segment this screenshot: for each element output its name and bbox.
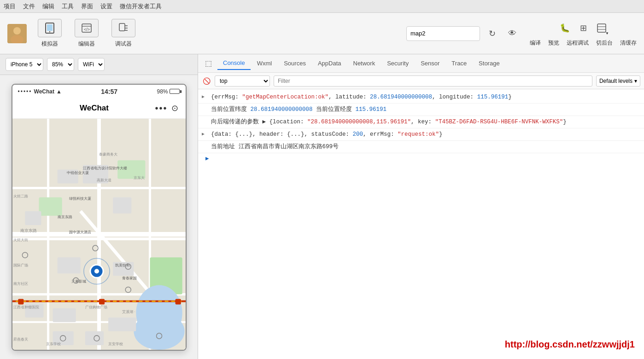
tab-sources[interactable]: Sources (278, 57, 311, 69)
console-text-3: 向后端传递的参数 ▶ {location: "28.68194000000000… (211, 117, 567, 127)
svg-text:园中源大酒店: 园中源大酒店 (69, 230, 91, 234)
remote-debug-label: 远程调试 (567, 39, 589, 47)
simulator-panel: iPhone 5 85% WiFi ••••• WeChat ▲ 14:57 9… (0, 54, 198, 359)
tab-wxml[interactable]: Wxml (252, 57, 278, 69)
default-levels-label: Default levels (599, 78, 632, 84)
battery-icon (170, 89, 180, 94)
clean-label: 清缓存 (620, 39, 637, 47)
device-select[interactable]: iPhone 5 (6, 58, 43, 71)
menu-item-project[interactable]: 项目 (4, 2, 16, 11)
svg-text:南京东路: 南京东路 (20, 228, 37, 232)
svg-rect-33 (113, 197, 131, 213)
simulator-tool: 模拟器 (36, 19, 64, 48)
svg-rect-13 (597, 24, 606, 32)
console-prompt: ▶ (198, 153, 644, 163)
svg-rect-35 (57, 257, 80, 273)
cut-back-label: 切后台 (596, 39, 613, 47)
menu-item-interface[interactable]: 界面 (81, 2, 93, 11)
svg-point-1 (13, 27, 21, 35)
zoom-select[interactable]: 85% (47, 58, 74, 71)
tab-security[interactable]: Security (381, 57, 414, 69)
status-time: 14:57 (101, 88, 117, 95)
svg-text:国际广场: 国际广场 (13, 263, 28, 267)
simulator-button[interactable] (38, 19, 62, 37)
svg-rect-41 (85, 331, 103, 345)
svg-text:南方社区: 南方社区 (13, 282, 28, 286)
debugger-label: 调试器 (115, 40, 132, 48)
console-line: ▶ {data: {...}, header: {...}, statusCod… (198, 128, 644, 141)
menu-item-settings[interactable]: 设置 (100, 2, 112, 11)
menubar: 项目 文件 编辑 工具 界面 设置 微信开发者工具 (0, 0, 644, 13)
svg-point-68 (94, 269, 99, 273)
phone-container: ••••• WeChat ▲ 14:57 98% WeChat (0, 75, 198, 359)
svg-rect-9 (119, 23, 125, 31)
tab-storage[interactable]: Storage (473, 57, 505, 69)
console-line: 当前地址 江西省南昌市青山湖区南京东路699号 (198, 141, 644, 153)
default-levels-dropdown[interactable]: Default levels ▾ (596, 75, 640, 87)
devtools-inspect-icon[interactable]: ⬚ (202, 57, 215, 70)
layout-button[interactable]: ⊞ (575, 20, 591, 36)
menu-item-tool[interactable]: 工具 (62, 2, 74, 11)
project-selector: ↻ 👁 (406, 25, 521, 42)
console-text-1: {errMsg: "getMapCenterLocation:ok", lati… (211, 93, 512, 102)
svg-text:</>: </> (84, 27, 90, 32)
menu-item-edit[interactable]: 编辑 (42, 2, 54, 11)
svg-rect-78 (18, 299, 23, 304)
toolbar: 模拟器 </> 编辑器 调试器 ↻ 👁 🐛 (0, 13, 644, 54)
bug-button[interactable]: 🐛 (556, 20, 573, 36)
svg-rect-79 (99, 299, 105, 304)
layers-button[interactable]: ▼ (593, 20, 610, 36)
compile-label: 编译 (530, 39, 541, 47)
svg-text:京东学校: 京东学校 (46, 342, 60, 346)
battery-pct: 98% (157, 88, 168, 95)
expand-arrow-4[interactable]: ▶ (202, 131, 205, 138)
console-line: 当前位置纬度 28.681940000000008 当前位置经度 115.961… (198, 104, 644, 116)
menu-item-file[interactable]: 文件 (23, 2, 35, 11)
console-output[interactable]: ▶ {errMsg: "getMapCenterLocation:ok", la… (198, 89, 644, 359)
svg-text:绿悦科技大厦: 绿悦科技大厦 (69, 196, 91, 200)
phone-map[interactable]: 南京东路 江西省肿瘤医院 广信购物广场 南方社区 昇燕春天 京东学校 京安学校 … (12, 119, 186, 350)
phone-record-icon[interactable]: ⊙ (171, 103, 178, 113)
refresh-button[interactable]: ↻ (484, 25, 500, 42)
console-context-select[interactable]: top (215, 75, 270, 87)
expand-arrow-1[interactable]: ▶ (202, 93, 205, 101)
phone-frame: ••••• WeChat ▲ 14:57 98% WeChat (12, 84, 187, 351)
debugger-button[interactable] (111, 19, 135, 37)
network-select[interactable]: WiFi (78, 58, 105, 71)
svg-point-5 (49, 31, 50, 32)
editor-label: 编辑器 (78, 40, 95, 48)
svg-text:京东大: 京东大 (134, 175, 145, 180)
svg-rect-34 (25, 211, 41, 225)
editor-button[interactable]: </> (75, 19, 99, 37)
main-area: iPhone 5 85% WiFi ••••• WeChat ▲ 14:57 9… (0, 54, 644, 359)
svg-text:火炬大街: 火炬大街 (13, 238, 28, 242)
phone-more-icon[interactable]: ••• (155, 103, 167, 114)
svg-text:南京东路: 南京东路 (57, 214, 72, 219)
tab-network[interactable]: Network (348, 57, 381, 69)
console-text-2: 当前位置纬度 28.681940000000008 当前位置经度 115.961… (211, 105, 386, 114)
svg-text:中锐创业大厦: 中锐创业大厦 (66, 171, 88, 175)
svg-text:广信购物广场: 广信购物广场 (85, 305, 107, 309)
tab-sensor[interactable]: Sensor (415, 57, 445, 69)
preview-icon-button[interactable]: 👁 (504, 25, 521, 42)
wifi-icon: ▲ (56, 88, 62, 95)
console-clear-button[interactable]: 🚫 (202, 76, 211, 86)
console-filter-input[interactable] (274, 75, 592, 87)
tab-appdata[interactable]: AppData (312, 57, 347, 69)
svg-text:高新大道: 高新大道 (96, 178, 111, 182)
tab-trace[interactable]: Trace (446, 57, 472, 69)
status-battery: 98% (157, 88, 180, 95)
devtools-tabs: ⬚ Console Wxml Sources AppData Network S… (198, 54, 644, 73)
menu-item-wechat[interactable]: 微信开发者工具 (120, 2, 162, 11)
svg-text:江西省电力设计院软件大楼: 江西省电力设计院软件大楼 (82, 166, 127, 170)
tab-console[interactable]: Console (217, 57, 251, 70)
phone-app-header: WeChat ••• ⊙ (12, 98, 186, 119)
svg-rect-38 (53, 308, 76, 322)
phone-app-title: WeChat (80, 104, 109, 113)
phone-status-bar: ••••• WeChat ▲ 14:57 98% (12, 85, 186, 98)
svg-rect-26 (39, 197, 62, 215)
svg-text:火炬二路: 火炬二路 (13, 194, 28, 198)
debugger-tool: 调试器 (110, 19, 137, 48)
project-name-input[interactable] (406, 26, 480, 41)
svg-text:昇燕春天: 昇燕春天 (13, 337, 28, 341)
